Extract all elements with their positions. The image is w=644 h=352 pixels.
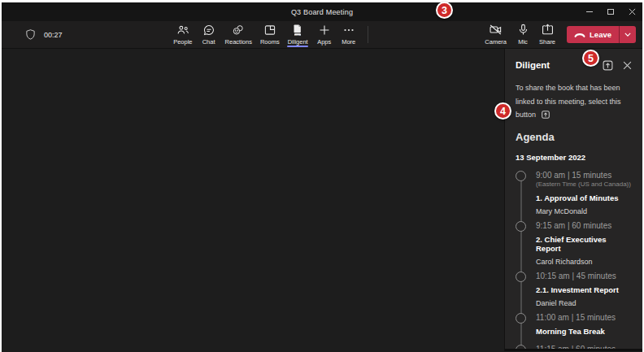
toolbar-divider bbox=[368, 26, 368, 43]
toolbar-tab-chat[interactable]: Chat bbox=[197, 21, 221, 48]
maximize-button[interactable] bbox=[600, 2, 621, 21]
share-to-stage-icon bbox=[541, 110, 550, 120]
minimize-icon bbox=[586, 11, 593, 13]
chevron-down-icon bbox=[624, 33, 631, 37]
agenda-item[interactable]: 10:15 am | 45 minutes2.1. Investment Rep… bbox=[516, 272, 632, 308]
close-icon bbox=[623, 61, 632, 70]
tab-label: Apps bbox=[317, 38, 331, 46]
share-tray-icon bbox=[541, 23, 555, 37]
tab-label: Mic bbox=[518, 38, 528, 46]
agenda-item-time: 9:00 am | 15 minutes bbox=[536, 171, 632, 180]
meeting-content: Diligent To share the book that has been… bbox=[2, 49, 642, 351]
window-title: Q3 Board Meeting bbox=[2, 8, 642, 16]
agenda-timeline: 9:00 am | 15 minutes(Eastern Time (US an… bbox=[516, 171, 632, 352]
people-icon bbox=[176, 24, 189, 37]
leave-button[interactable]: Leave bbox=[567, 26, 619, 43]
agenda-date: 13 September 2022 bbox=[516, 153, 632, 162]
diligent-panel: Diligent To share the book that has been… bbox=[505, 49, 642, 351]
meeting-toolbar: 00:27 PeopleChatReactionsRoomsDEMODilige… bbox=[2, 21, 642, 49]
agenda-item-time: 11:00 am | 15 minutes bbox=[536, 313, 632, 322]
share-to-stage-button[interactable] bbox=[602, 59, 614, 72]
callout-badge-3: 3 bbox=[436, 2, 453, 19]
tab-label: Share bbox=[539, 38, 555, 46]
agenda-item-time: 9:15 am | 60 minutes bbox=[536, 221, 632, 230]
close-button[interactable] bbox=[621, 2, 642, 21]
toolbar-tab-apps[interactable]: Apps bbox=[312, 21, 337, 48]
panel-header: Diligent bbox=[516, 56, 632, 74]
panel-intro-text: To share the book that has been linked t… bbox=[516, 81, 632, 122]
tab-label: Camera bbox=[485, 38, 507, 46]
agenda-item-marker bbox=[516, 272, 526, 282]
more-ellipsis-icon bbox=[342, 24, 355, 37]
leave-button-label: Leave bbox=[590, 30, 611, 39]
agenda-item[interactable]: 9:00 am | 15 minutes(Eastern Time (US an… bbox=[516, 171, 632, 216]
panel-title: Diligent bbox=[516, 60, 550, 70]
toolbar-tab-more[interactable]: More bbox=[337, 21, 361, 48]
toolbar-tab-rooms[interactable]: Rooms bbox=[256, 21, 284, 48]
toolbar-tab-reactions[interactable]: Reactions bbox=[221, 21, 256, 48]
tab-label: People bbox=[173, 38, 192, 46]
agenda-item-time: 10:15 am | 45 minutes bbox=[536, 272, 632, 280]
window-bottom-edge bbox=[505, 349, 642, 351]
meeting-info: 00:27 bbox=[2, 21, 63, 48]
intro-text: To share the book that has been linked t… bbox=[516, 84, 621, 119]
agenda-item-presenter: Daniel Read bbox=[536, 299, 632, 308]
mic-icon bbox=[516, 23, 530, 37]
teams-meeting-window: Q3 Board Meeting 00:27 PeopleChatReactio… bbox=[2, 2, 642, 352]
share-button[interactable]: Share bbox=[535, 21, 559, 48]
maximize-icon bbox=[607, 9, 614, 15]
page: Q3 Board Meeting 00:27 PeopleChatReactio… bbox=[0, 0, 644, 352]
agenda-item-presenter: Carol Richardson bbox=[536, 258, 632, 267]
leave-button-group: Leave bbox=[567, 26, 636, 43]
svg-text:DEMO: DEMO bbox=[295, 33, 301, 36]
leave-options-button[interactable] bbox=[620, 26, 636, 43]
meeting-safety-shield-icon[interactable] bbox=[24, 28, 37, 41]
tab-label: Rooms bbox=[260, 38, 280, 46]
rooms-icon bbox=[263, 24, 276, 37]
agenda-item[interactable]: 9:15 am | 60 minutes2. Chief Executives … bbox=[516, 221, 632, 267]
av-controls: CameraMicShare bbox=[481, 21, 559, 48]
agenda-heading: Agenda bbox=[516, 131, 632, 143]
agenda-item-title: 2. Chief Executives Report bbox=[536, 235, 632, 253]
hang-up-phone-icon bbox=[574, 31, 585, 38]
callout-badge-4: 4 bbox=[494, 102, 511, 120]
toolbar-tab-people[interactable]: People bbox=[169, 21, 196, 48]
meeting-stage bbox=[2, 49, 505, 351]
agenda-item-marker bbox=[516, 171, 526, 181]
meeting-timer: 00:27 bbox=[44, 31, 63, 39]
agenda-item-title: Morning Tea Break bbox=[536, 327, 632, 336]
close-panel-button[interactable] bbox=[623, 61, 632, 70]
toolbar-tabs: PeopleChatReactionsRoomsDEMODiligentApps… bbox=[169, 21, 361, 48]
share-to-stage-icon bbox=[602, 59, 614, 72]
agenda-item[interactable]: 11:00 am | 15 minutesMorning Tea Break bbox=[516, 313, 632, 336]
window-controls bbox=[579, 2, 642, 21]
camera-button[interactable]: Camera bbox=[481, 21, 511, 48]
agenda-item-title: 1. Approval of Minutes bbox=[536, 193, 632, 202]
callout-badge-5: 5 bbox=[582, 50, 599, 67]
mic-button[interactable]: Mic bbox=[511, 21, 535, 48]
tab-label: Chat bbox=[202, 38, 215, 46]
minimize-button[interactable] bbox=[579, 2, 600, 21]
reactions-icon bbox=[232, 24, 245, 37]
agenda-item-marker bbox=[516, 313, 526, 324]
agenda-item-presenter: Mary McDonald bbox=[536, 207, 632, 216]
tab-label: Reactions bbox=[225, 38, 252, 46]
agenda-item-timezone: (Eastern Time (US and Canada)) bbox=[536, 180, 632, 189]
close-icon bbox=[629, 8, 636, 15]
apps-plus-icon bbox=[318, 24, 331, 37]
titlebar: Q3 Board Meeting bbox=[2, 2, 642, 21]
diligent-app-icon: DEMO bbox=[291, 24, 304, 37]
chat-icon bbox=[202, 24, 215, 37]
agenda-item-title: 2.1. Investment Report bbox=[536, 285, 632, 294]
tab-label: Diligent bbox=[288, 38, 308, 46]
tab-label: More bbox=[342, 38, 355, 46]
camera-off-icon bbox=[489, 23, 503, 37]
toolbar-tab-diligent[interactable]: DEMODiligent bbox=[284, 21, 312, 48]
agenda-item-marker bbox=[516, 221, 526, 232]
